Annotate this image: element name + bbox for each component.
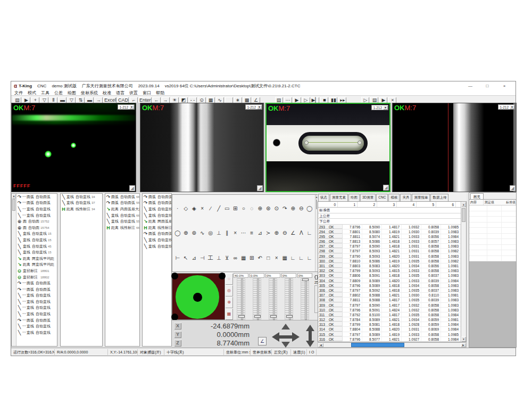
measure-list-item[interactable]: ╲ *** 直线 自动直线 (16, 305, 57, 311)
result-cell[interactable]: 1.4821 (382, 293, 402, 297)
measure-list-item[interactable]: ╲ 直线 自动直线 34 (61, 194, 102, 200)
result-cell[interactable]: 1.0935 (402, 288, 421, 292)
element-row[interactable] (469, 239, 516, 245)
element-row[interactable] (469, 250, 516, 256)
slider-thumb[interactable] (238, 315, 245, 318)
result-cell[interactable]: 8.5081 (362, 322, 382, 326)
element-row[interactable] (469, 217, 516, 223)
measure-tool-icon[interactable]: 工 (206, 254, 215, 262)
measure-list-item[interactable]: ⊖ 直径标注 18801 (16, 268, 57, 274)
measure-list-item[interactable]: ╲ 直线 自动直线 55 (105, 218, 139, 225)
measure-list-item[interactable]: ╲ 直线 自动直线 45 (16, 243, 57, 250)
jog-down-arrow[interactable] (281, 342, 290, 348)
result-cell[interactable]: 1.0935 (402, 298, 421, 302)
result-cell[interactable]: 7.8797 (343, 303, 362, 307)
result-cell[interactable]: 1.0931 (402, 327, 421, 331)
result-row[interactable]: 309OK 7.87978.50901.48171.09320.80581.09… (318, 303, 461, 308)
measure-tool-icon[interactable]: ▭ (223, 204, 231, 212)
tolerance-row[interactable]: 下公差 (318, 219, 461, 225)
result-cell[interactable]: 1.0981 (441, 293, 461, 297)
result-cell[interactable]: 1.0927 (402, 337, 421, 341)
slider-thumb[interactable] (254, 315, 261, 318)
jog-up-arrow[interactable] (281, 324, 290, 330)
result-cell[interactable]: 8.5089 (362, 283, 382, 287)
result-cell[interactable]: 0.8058 (421, 225, 441, 229)
measure-tool-icon[interactable]: ◇ (182, 204, 190, 212)
column-header[interactable]: 0 (318, 202, 338, 207)
result-cell[interactable]: 8.5074 (362, 234, 382, 238)
results-tab[interactable]: 夹具 (400, 194, 411, 201)
measure-tool-icon[interactable]: ∞ (231, 254, 240, 262)
result-cell[interactable]: 0.8058 (421, 337, 441, 341)
camera-view-1[interactable]: OKM:7 1-212▾ FFFFF ◢ (11, 103, 136, 192)
result-row[interactable]: 298OK 7.87978.50931.48211.09310.80581.09… (318, 249, 461, 253)
measure-list-item[interactable]: ╲ *** 直线 自动直线 (16, 323, 57, 330)
measure-tool-icon[interactable]: ⊣ (198, 254, 207, 262)
result-cell[interactable]: 8.5080 (362, 229, 382, 234)
menu-item[interactable]: 设置 (129, 90, 138, 96)
result-cell[interactable]: 1.4821 (382, 317, 402, 322)
result-cell[interactable]: 1.4818 (382, 283, 402, 287)
column-header[interactable]: 2 (358, 202, 377, 207)
measure-list-item[interactable]: ⊖ 直径标注 18802 (16, 274, 57, 281)
row-header[interactable]: 312OK (318, 317, 343, 322)
resize-icon[interactable]: ◢ (257, 185, 263, 191)
result-cell[interactable]: 7.8796 (343, 225, 362, 229)
result-cell[interactable]: 1.0931 (402, 254, 421, 258)
row-header[interactable]: 299OK (318, 254, 343, 258)
measure-list-item[interactable]: ↷ 圆弧 自动圆弧 55 (105, 200, 139, 207)
measure-tool-icon[interactable]: □ (264, 254, 273, 262)
scroll-thumb[interactable] (351, 343, 404, 347)
result-cell[interactable]: 7.8811 (343, 298, 362, 302)
result-row[interactable]: 314OK 7.88048.50881.48201.09310.80691.09… (318, 327, 461, 332)
result-cell[interactable]: 1.0935 (402, 259, 421, 263)
result-cell[interactable]: 1.0984 (441, 337, 461, 341)
jog-z-up-arrow[interactable] (306, 325, 314, 331)
result-cell[interactable]: 7.8792 (343, 312, 362, 317)
menu-item[interactable]: 校准 (103, 90, 111, 96)
measure-tool-icon[interactable]: ▦ (281, 254, 289, 262)
result-cell[interactable]: 1.0934 (402, 283, 421, 287)
jog-left-arrow[interactable] (272, 332, 279, 342)
results-tab[interactable]: 模板 (388, 194, 400, 201)
light-slider[interactable]: 40.0% (233, 273, 249, 320)
measure-list-item[interactable]: ↷ 圆弧 自动圆弧 55 (143, 194, 171, 200)
measure-list-item[interactable]: ↷ 圆弧 自动圆弧 66 (105, 194, 139, 200)
measure-tool-icon[interactable]: ∟ (305, 229, 314, 237)
measure-list-item[interactable]: ↷ 圆弧 自动圆弧 55 (143, 231, 171, 237)
result-cell[interactable]: 8.5088 (362, 298, 382, 302)
result-row[interactable]: 295OK 7.88118.50741.48211.09330.80561.09… (318, 234, 461, 239)
result-row[interactable]: 304OK 7.88098.50891.48201.09330.80391.09… (318, 278, 461, 283)
measure-list-item[interactable]: ╲ 直线 自动直线 55 (143, 237, 171, 243)
result-cell[interactable]: 1.0984 (441, 327, 461, 331)
element-row[interactable] (469, 234, 516, 240)
row-header[interactable]: 309OK (318, 303, 343, 307)
result-row[interactable]: 315OK 7.87978.50891.48191.09330.80581.09… (318, 332, 461, 337)
result-cell[interactable]: 1.0932 (402, 303, 421, 307)
measure-tool-icon[interactable]: ⊞ (248, 254, 256, 262)
result-cell[interactable]: 7.8797 (343, 249, 362, 253)
result-cell[interactable]: 0.8058 (421, 249, 441, 253)
result-cell[interactable]: 1.0982 (441, 259, 461, 263)
measure-list-item[interactable]: ╲ 直线 自动直线 15 (16, 249, 57, 256)
measure-tool-icon[interactable]: ≡ (248, 229, 256, 237)
menu-item[interactable]: 公差 (54, 90, 63, 96)
row-header[interactable]: 297OK (318, 244, 343, 248)
measure-tool-icon[interactable]: ⊛ (190, 229, 198, 237)
measure-tool-icon[interactable]: Λ (297, 229, 306, 237)
results-tab[interactable]: 测量报单 (412, 194, 430, 201)
menu-item[interactable]: 帮助 (156, 90, 164, 96)
camera-selector[interactable]: 1-212▾ (498, 104, 515, 110)
row-header[interactable]: 300OK (318, 259, 343, 263)
measure-tool-icon[interactable]: ↷ (281, 204, 289, 212)
result-row[interactable]: 311OK 7.87928.51001.48171.09350.80581.09… (318, 312, 461, 317)
element-column-header[interactable]: 标准值 (505, 200, 516, 205)
element-row[interactable] (469, 228, 516, 234)
measure-tool-icon[interactable]: ⊿ (190, 254, 198, 262)
measure-tool-icon[interactable]: ⊖ (297, 204, 306, 212)
result-cell[interactable]: 1.0934 (402, 263, 421, 268)
result-cell[interactable]: 1.0981 (441, 317, 461, 322)
row-header[interactable]: 304OK (318, 278, 343, 283)
measure-list-item[interactable]: ╲ 直线 自动直线 55 (143, 243, 171, 250)
element-column-header[interactable]: 内容 (469, 200, 484, 205)
